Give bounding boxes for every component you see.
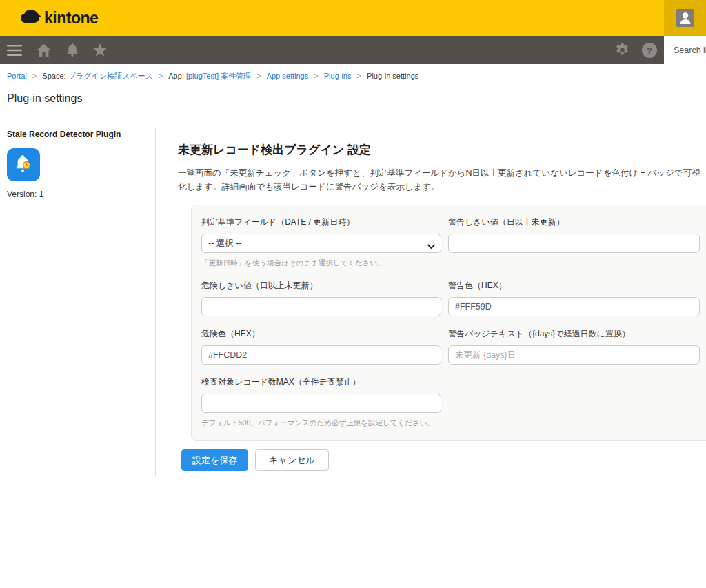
page-title: Plug-in settings (7, 92, 82, 105)
warn-threshold-label: 警告しきい値（日以上未更新） (448, 216, 700, 228)
danger-threshold-label: 危険しきい値（日以上未更新） (201, 280, 441, 292)
field-judge-field: 判定基準フィールド（DATE / 更新日時） -- 選択 -- 「更新日時」を使… (201, 216, 441, 268)
warn-threshold-input[interactable] (448, 234, 700, 253)
kintone-logo[interactable]: kintone (21, 8, 98, 28)
settings-form-panel: 判定基準フィールド（DATE / 更新日時） -- 選択 -- 「更新日時」を使… (191, 205, 706, 441)
badge-text-label: 警告バッジテキスト（{days}で経過日数に置換） (448, 328, 700, 340)
breadcrumb-portal[interactable]: Portal (7, 72, 27, 80)
danger-color-label: 危険色（HEX） (201, 328, 441, 340)
settings-gear-icon[interactable] (613, 36, 631, 64)
kintone-wordmark: kintone (44, 9, 98, 28)
save-button[interactable]: 設定を保存 (181, 449, 248, 471)
help-icon[interactable]: ? (641, 36, 658, 64)
judge-field-hint: 「更新日時」を使う場合はそのまま選択してください。 (201, 258, 441, 268)
danger-threshold-input[interactable] (201, 297, 441, 316)
judge-field-label: 判定基準フィールド（DATE / 更新日時） (201, 216, 441, 228)
home-icon[interactable] (34, 36, 52, 64)
judge-field-select[interactable]: -- 選択 -- (201, 234, 441, 253)
plugin-settings-heading: 未更新レコード検出プラグイン 設定 (178, 142, 706, 158)
breadcrumb-separator: > (357, 72, 361, 80)
field-danger-threshold: 危険しきい値（日以上未更新） (201, 280, 441, 316)
global-nav-bar: ? Search in (0, 36, 706, 64)
form-actions: 設定を保存 キャンセル (181, 449, 706, 471)
breadcrumb-separator: > (314, 72, 318, 80)
breadcrumb-separator: > (256, 72, 261, 80)
breadcrumb-app-settings[interactable]: App settings (267, 72, 309, 80)
hamburger-menu-icon[interactable] (6, 36, 23, 64)
plugin-settings-main: 未更新レコード検出プラグイン 設定 一覧画面の「未更新チェック」ボタンを押すと、… (178, 142, 706, 471)
user-avatar-icon[interactable] (676, 9, 694, 27)
badge-text-input[interactable] (448, 345, 700, 365)
max-records-hint: デフォルト500。パフォーマンスのため必ず上限を設定してください。 (201, 418, 441, 428)
breadcrumb-app-prefix: App: (168, 72, 186, 80)
breadcrumb-separator: > (159, 72, 163, 80)
breadcrumb-space-prefix: Space: (42, 72, 68, 80)
plugin-version: Version: 1 (7, 190, 149, 199)
breadcrumb-space[interactable]: プラグイン検証スペース (68, 72, 153, 80)
breadcrumb-separator: > (32, 72, 37, 80)
cancel-button[interactable]: キャンセル (255, 449, 329, 471)
max-records-input[interactable] (201, 394, 441, 413)
field-warn-color: 警告色（HEX） (448, 280, 700, 316)
breadcrumb-app[interactable]: [plugTest] 案件管理 (186, 72, 251, 80)
max-records-label: 検査対象レコード数MAX（全件走査禁止） (201, 376, 441, 388)
top-bar: kintone (0, 0, 706, 36)
breadcrumb-plugins[interactable]: Plug-ins (324, 72, 352, 80)
warn-color-input[interactable] (448, 297, 700, 316)
plugin-settings-description: 一覧画面の「未更新チェック」ボタンを押すと、判定基準フィールドからN日以上更新さ… (178, 166, 706, 194)
breadcrumb-current: Plug-in settings (367, 72, 418, 80)
search-input[interactable]: Search in (664, 36, 706, 64)
breadcrumb: Portal > Space: プラグイン検証スペース > App: [plug… (7, 71, 418, 81)
field-badge-text: 警告バッジテキスト（{days}で経過日数に置換） (448, 328, 700, 365)
sidebar-divider (155, 128, 156, 476)
field-danger-color: 危険色（HEX） (201, 328, 441, 365)
warn-color-label: 警告色（HEX） (448, 280, 700, 292)
account-menu[interactable] (664, 0, 706, 36)
kintone-cloud-icon (21, 8, 41, 28)
plugin-name: Stale Record Detector Plugin (7, 130, 149, 139)
notifications-bell-icon[interactable] (63, 36, 81, 64)
svg-text:?: ? (647, 45, 652, 55)
field-warn-threshold: 警告しきい値（日以上未更新） (448, 216, 700, 253)
favorites-star-icon[interactable] (91, 36, 109, 64)
plugin-sidebar: Stale Record Detector Plugin Version: 1 (7, 130, 149, 199)
danger-color-input[interactable] (201, 345, 441, 365)
field-max-records: 検査対象レコード数MAX（全件走査禁止） デフォルト500。パフォーマンスのため… (201, 376, 441, 428)
plugin-bell-clock-icon (7, 148, 40, 181)
